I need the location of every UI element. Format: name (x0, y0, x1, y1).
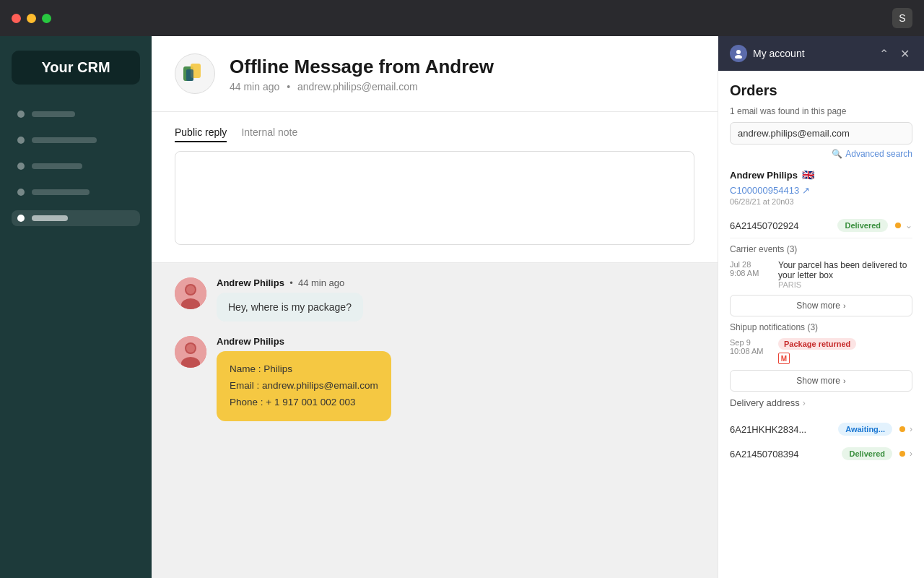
reply-input[interactable] (175, 151, 694, 245)
event-time-1: 9:08 AM (730, 269, 770, 277)
sidebar-item-1[interactable] (12, 106, 140, 122)
show-more-carrier-label: Show more (796, 301, 840, 311)
chat-area: Andrew Philips • 44 min ago Hey, where i… (152, 263, 718, 578)
chat-avatar-2 (175, 336, 206, 368)
chat-content-2: Andrew Philips Name : Philips Email : an… (217, 336, 391, 421)
panel-header-left: My account (730, 45, 805, 62)
close-button[interactable] (12, 14, 21, 23)
event-info-1: Your parcel has been delivered to your l… (778, 260, 912, 289)
app-container: Your CRM (0, 36, 924, 578)
tab-internal-note[interactable]: Internal note (241, 126, 297, 142)
panel-header-actions: ⌃ ✕ (876, 46, 912, 62)
minimize-button[interactable] (27, 14, 36, 23)
message-meta: 44 min ago • andrew.philips@email.com (230, 81, 494, 92)
order-expand-icon-3[interactable]: › (910, 449, 912, 459)
order-tracking-2: 6A21HKHK2834... (730, 424, 806, 435)
sidebar-dot-3 (17, 163, 25, 170)
order-link[interactable]: C100000954413 ↗ (730, 185, 912, 196)
meta-separator: • (287, 81, 290, 92)
carrier-event-1: Jul 28 9:08 AM Your parcel has been deli… (730, 260, 912, 289)
logo[interactable]: Your CRM (12, 51, 140, 85)
svg-point-12 (735, 55, 742, 59)
sidebar-item-5[interactable] (12, 210, 140, 226)
sidebar-label-1 (32, 111, 75, 117)
event-date-1: Jul 28 (730, 260, 770, 269)
order-row-2: 6A21HKHK2834... Awaiting... › (730, 417, 912, 441)
order-expand-icon-2[interactable]: › (910, 424, 912, 434)
event-location-1: PARIS (778, 280, 912, 289)
chat-message-2: Andrew Philips Name : Philips Email : an… (175, 336, 694, 421)
shipup-notifications-label: Shipup notifications (3) (730, 322, 912, 332)
event-desc-1: Your parcel has been delivered to your l… (778, 260, 912, 280)
gmail-icon: M (778, 353, 790, 364)
order-row-right-3: Delivered › (842, 447, 912, 460)
sidebar-item-3[interactable] (12, 158, 140, 174)
panel-expand-button[interactable]: ⌃ (876, 46, 892, 62)
order-tracking-1: 6A21450702924 (730, 220, 798, 231)
chat-sender-1: Andrew Philips • 44 min ago (217, 277, 363, 288)
chat-avatar-1 (175, 277, 206, 309)
orders-found-text: 1 email was found in this page (730, 106, 912, 116)
order-row-3: 6A21450708394 Delivered › (730, 441, 912, 466)
sidebar-label-3 (32, 163, 82, 169)
svg-rect-2 (186, 69, 193, 81)
chevron-right-notif-icon: › (843, 376, 846, 385)
right-panel: My account ⌃ ✕ Orders 1 email was found … (718, 36, 924, 578)
sidebar-label-2 (32, 137, 97, 143)
order-expand-icon-1[interactable]: ⌄ (905, 220, 912, 230)
event-datetime-1: Jul 28 9:08 AM (730, 260, 770, 289)
chat-bubble-1: Hey, where is my package? (217, 293, 363, 322)
order-id-text: C100000954413 (730, 185, 799, 196)
status-dot-3 (899, 451, 905, 457)
message-email: andrew.philips@email.com (297, 81, 418, 92)
show-more-notif-button[interactable]: Show more › (730, 370, 912, 392)
delivery-address-label: Delivery address (730, 397, 800, 408)
email-search-input[interactable] (730, 122, 912, 144)
notif-time-1: 10:08 AM (730, 347, 770, 355)
sidebar-dot-2 (17, 137, 25, 144)
notification-1: Sep 9 10:08 AM Package returned M (730, 338, 912, 364)
carrier-events: Carrier events (3) Jul 28 9:08 AM Your p… (730, 244, 912, 316)
order-status-1: Delivered (837, 219, 888, 232)
sender-name-1: Andrew Philips (217, 277, 284, 288)
status-dot-1 (895, 223, 901, 228)
customer-flag: 🇬🇧 (802, 169, 814, 181)
svg-point-10 (186, 344, 195, 353)
titlebar: S (0, 0, 924, 36)
customer-name-text: Andrew Philips (730, 170, 798, 181)
maximize-button[interactable] (42, 14, 51, 23)
sidebar-dot-4 (17, 189, 25, 196)
panel-user-icon (730, 45, 747, 62)
contact-email: Email : andrew.philips@email.com (230, 378, 378, 394)
sender-avatar (175, 53, 215, 94)
advanced-search-link[interactable]: 🔍 Advanced search (730, 149, 912, 159)
order-2: 6A21HKHK2834... Awaiting... › (730, 417, 912, 441)
avatar-initials-2 (175, 336, 206, 368)
panel-close-button[interactable]: ✕ (897, 46, 912, 62)
shipup-notifications: Shipup notifications (3) Sep 9 10:08 AM … (730, 322, 912, 392)
message-title: Offline Message from Andrew (230, 56, 494, 78)
sidebar-item-4[interactable] (12, 184, 140, 200)
order-row-right-1: Delivered ⌄ (837, 219, 912, 232)
sidebar-item-2[interactable] (12, 132, 140, 148)
show-more-notif-label: Show more (796, 376, 840, 386)
chat-sender-2: Andrew Philips (217, 336, 391, 347)
reply-tabs: Public reply Internal note (175, 126, 694, 142)
tab-public-reply[interactable]: Public reply (175, 126, 227, 142)
orders-title: Orders (730, 82, 912, 99)
carrier-events-label: Carrier events (3) (730, 244, 912, 254)
sender-name-2: Andrew Philips (217, 336, 284, 347)
advanced-search-label: Advanced search (845, 149, 912, 159)
order-row-1: 6A21450702924 Delivered ⌄ (730, 213, 912, 238)
app-icon: S (892, 8, 912, 28)
show-more-carrier-button[interactable]: Show more › (730, 295, 912, 316)
sidebar-label-5 (32, 215, 68, 221)
notif-content-1: Package returned M (778, 338, 856, 364)
chat-message-1: Andrew Philips • 44 min ago Hey, where i… (175, 277, 694, 322)
main-content: Offline Message from Andrew 44 min ago •… (152, 36, 718, 578)
chevron-right-carrier-icon: › (843, 301, 846, 310)
order-1: 6A21450702924 Delivered ⌄ Carrier events… (730, 213, 912, 408)
delivery-address-link[interactable]: Delivery address › (730, 397, 912, 408)
chevron-right-delivery-icon: › (803, 398, 806, 408)
sender-time-1: 44 min ago (298, 277, 344, 288)
